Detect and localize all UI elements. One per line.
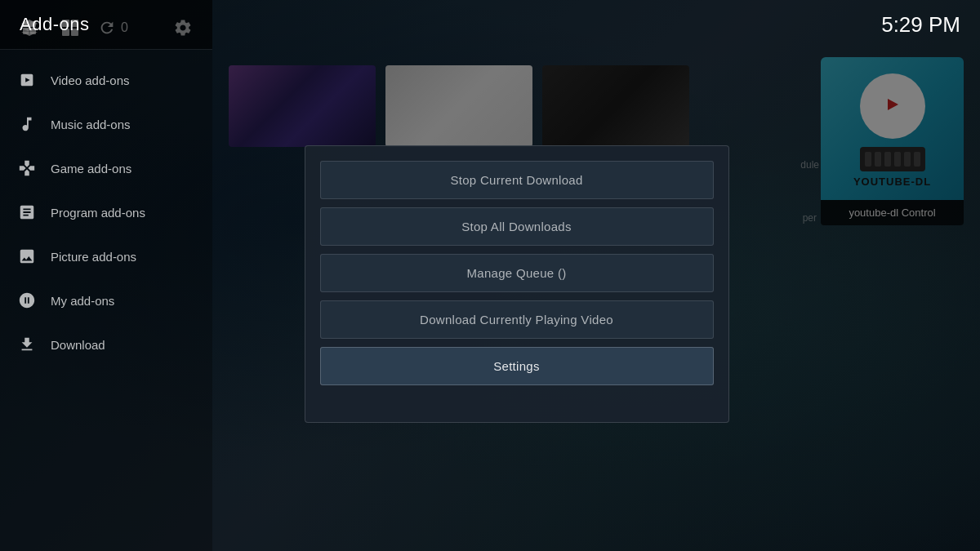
context-menu-dialog: Stop Current Download Stop All Downloads… [305,145,729,423]
program-icon [16,202,38,223]
sidebar-item-my-addons[interactable]: My add-ons [0,278,212,322]
sidebar-item-download[interactable]: Download [0,322,212,367]
download-icon [16,334,38,355]
sidebar: 0 Video add-ons Music add-ons [0,0,212,551]
topbar: Add-ons 5:29 PM [0,0,980,49]
stop-current-download-button[interactable]: Stop Current Download [320,161,714,199]
my-addons-icon [16,290,38,311]
music-icon [16,113,38,135]
sidebar-label-my-addons: My add-ons [51,294,114,308]
sidebar-label-download: Download [51,338,105,352]
sidebar-label-picture-addons: Picture add-ons [51,250,136,264]
sidebar-nav: Video add-ons Music add-ons Game add-ons… [0,50,212,551]
page-title: Add-ons [20,14,89,35]
sidebar-label-music-addons: Music add-ons [51,118,131,131]
sidebar-item-program-addons[interactable]: Program add-ons [0,190,212,234]
dialog-overlay: Stop Current Download Stop All Downloads… [212,49,980,551]
sidebar-item-game-addons[interactable]: Game add-ons [0,146,212,190]
sidebar-item-music-addons[interactable]: Music add-ons [0,102,212,146]
settings-button[interactable]: Settings [320,347,714,385]
video-icon [16,69,38,91]
sidebar-label-program-addons: Program add-ons [51,206,145,220]
sidebar-item-picture-addons[interactable]: Picture add-ons [0,234,212,278]
stop-all-downloads-button[interactable]: Stop All Downloads [320,207,714,246]
sidebar-label-video-addons: Video add-ons [51,73,129,87]
game-icon [16,158,38,179]
manage-queue-button[interactable]: Manage Queue () [320,254,714,292]
sidebar-label-game-addons: Game add-ons [51,162,131,176]
clock: 5:29 PM [881,12,960,38]
sidebar-item-video-addons[interactable]: Video add-ons [0,58,212,102]
picture-icon [16,246,38,267]
download-playing-button[interactable]: Download Currently Playing Video [320,300,714,339]
